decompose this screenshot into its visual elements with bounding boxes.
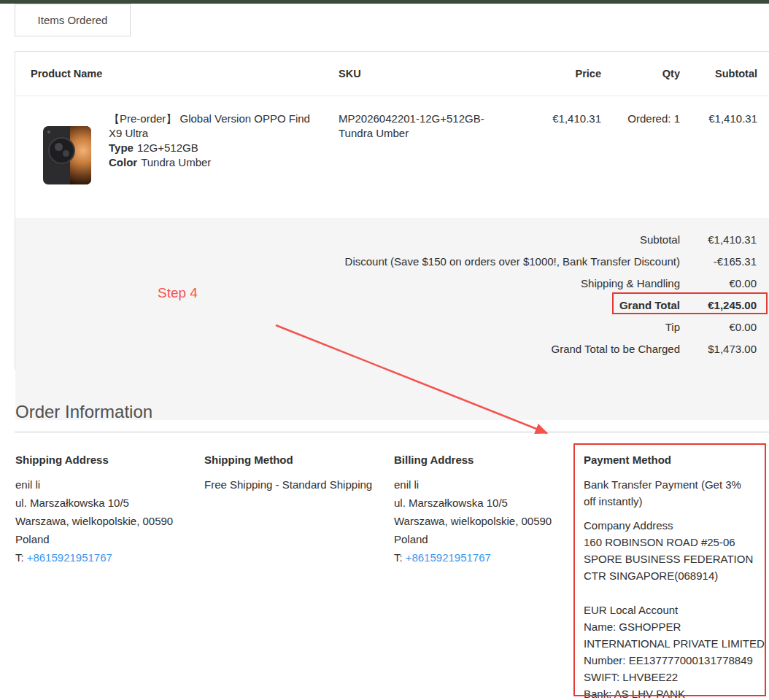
product-color: ColorTundra Umber: [109, 155, 322, 170]
totals-row-discount: Discount (Save $150 on orders over $1000…: [15, 250, 769, 272]
billing-address-section: Billing Address enil li ul. Marszałkowsk…: [394, 454, 576, 567]
product-color-value: Tundra Umber: [141, 156, 211, 168]
payment-company-line: CTR SINGAPORE(068914): [584, 567, 763, 584]
shipping-address-title: Shipping Address: [15, 454, 198, 466]
billing-address-phone-line: T:+8615921951767: [394, 548, 576, 567]
shipping-method-title: Shipping Method: [204, 454, 390, 466]
qty-cell: Ordered: 1: [592, 112, 680, 126]
step-annotation: Step 4: [158, 285, 198, 301]
items-ordered-table: Product Name SKU Price Qty Subtotal 【Pre…: [15, 51, 769, 370]
column-header-price: Price: [528, 68, 601, 79]
order-totals: Subtotal €1,410.31 Discount (Save $150 o…: [15, 218, 769, 420]
billing-address-name: enil li: [394, 475, 576, 494]
product-image: [43, 126, 91, 184]
totals-label: Tip: [665, 321, 680, 333]
shipping-phone-link[interactable]: +8615921951767: [27, 551, 112, 564]
product-name: 【Pre-order】 Global Version OPPO Find X9 …: [109, 112, 322, 141]
sku-cell: MP2026042201-12G+512GB-Tundra Umber: [339, 112, 517, 141]
totals-value: €0.00: [680, 321, 757, 333]
totals-row-grand-total: Grand Total €1,245.00: [15, 294, 769, 316]
billing-address-title: Billing Address: [394, 454, 576, 466]
payment-method-line: off instantly): [584, 493, 763, 510]
tab-items-ordered-label: Items Ordered: [38, 14, 108, 26]
column-header-qty: Qty: [622, 68, 680, 79]
phone-label: T:: [15, 551, 24, 564]
totals-label: Grand Total to be Charged: [551, 343, 680, 355]
product-color-label: Color: [109, 156, 137, 168]
totals-value: €1,245.00: [680, 299, 757, 311]
payment-account-line: INTERNATIONAL PRIVATE LIMITED: [584, 635, 763, 652]
payment-company-address: Company Address 160 ROBINSON ROAD #25-06…: [584, 517, 763, 584]
billing-address-street: ul. Marszałkowska 10/5: [394, 494, 576, 512]
payment-method-title: Payment Method: [584, 454, 763, 466]
totals-value: €0.00: [680, 277, 757, 289]
product-image-flash: [47, 131, 50, 133]
payment-company-line: 160 ROBINSON ROAD #25-06: [584, 534, 763, 551]
payment-method-section: Payment Method Bank Transfer Payment (Ge…: [584, 454, 763, 700]
totals-label: Shipping & Handling: [581, 277, 680, 289]
column-header-sku: SKU: [339, 68, 361, 79]
order-information-title: Order Information: [15, 402, 152, 422]
totals-row-shipping-handling: Shipping & Handling €0.00: [15, 272, 769, 294]
tab-items-ordered[interactable]: Items Ordered: [15, 4, 131, 36]
totals-value: $1,473.00: [680, 343, 757, 355]
shipping-address-city: Warszawa, wielkopolskie, 00590: [15, 512, 198, 530]
billing-address-country: Poland: [394, 530, 576, 548]
column-header-subtotal: Subtotal: [684, 68, 757, 79]
order-view-page: Items Ordered Product Name SKU Price Qty…: [0, 0, 769, 700]
shipping-address-street: ul. Marszałkowska 10/5: [15, 494, 198, 512]
price-cell: €1,410.31: [514, 112, 601, 126]
phone-label: T:: [394, 551, 403, 564]
payment-account-line: EUR Local Account: [584, 602, 763, 618]
payment-account-details: EUR Local Account Name: GSHOPPER INTERNA…: [584, 602, 763, 700]
totals-label: Discount (Save $150 on orders over $1000…: [345, 255, 680, 268]
shipping-address-section: Shipping Address enil li ul. Marszałkows…: [15, 454, 198, 567]
shipping-address-phone-line: T:+8615921951767: [15, 548, 198, 567]
payment-method-line: Bank Transfer Payment (Get 3%: [584, 476, 763, 493]
payment-company-line: Company Address: [584, 517, 763, 534]
totals-row-grand-total-charged: Grand Total to be Charged $1,473.00: [15, 338, 769, 359]
shipping-method-section: Shipping Method Free Shipping - Standard…: [204, 454, 390, 494]
product-type-value: 12G+512GB: [137, 141, 198, 154]
totals-label: Subtotal: [640, 233, 680, 246]
product-type: Type12G+512GB: [109, 141, 322, 155]
totals-value: €1,410.31: [680, 233, 757, 246]
totals-row-tip: Tip €0.00: [15, 316, 769, 338]
payment-account-line: Bank: AS LHV PANK: [584, 685, 763, 700]
payment-account-line: SWIFT: LHVBEE22: [584, 669, 763, 685]
product-image-camera: [48, 137, 75, 164]
payment-account-line: Name: GSHOPPER: [584, 618, 763, 635]
product-info: 【Pre-order】 Global Version OPPO Find X9 …: [109, 112, 322, 170]
totals-value: -€165.31: [680, 255, 757, 268]
billing-address-city: Warszawa, wielkopolskie, 00590: [394, 512, 576, 530]
payment-company-line: SPORE BUSINESS FEDERATION: [584, 551, 763, 567]
payment-method-name: Bank Transfer Payment (Get 3% off instan…: [584, 476, 763, 510]
column-header-product-name: Product Name: [31, 68, 102, 79]
section-divider: [15, 432, 769, 432]
subtotal-cell: €1,410.31: [670, 112, 757, 126]
product-type-label: Type: [109, 141, 134, 154]
table-row: 【Pre-order】 Global Version OPPO Find X9 …: [15, 96, 769, 218]
billing-phone-link[interactable]: +8615921951767: [406, 551, 491, 564]
table-header-row: Product Name SKU Price Qty Subtotal: [15, 52, 769, 96]
totals-row-subtotal: Subtotal €1,410.31: [15, 228, 769, 250]
shipping-address-country: Poland: [15, 530, 198, 548]
totals-label: Grand Total: [619, 299, 680, 311]
payment-account-line: Number: EE137777000131778849: [584, 652, 763, 669]
shipping-method-value: Free Shipping - Standard Shipping: [204, 475, 390, 494]
shipping-address-name: enil li: [15, 475, 198, 494]
